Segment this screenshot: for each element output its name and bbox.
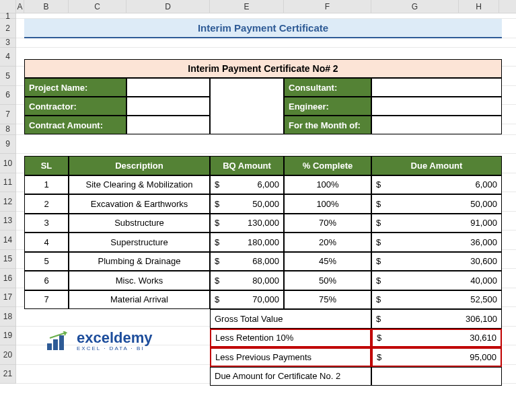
table-row: 1Site Clearing & Mobilization$6,000100%$…	[24, 175, 502, 195]
row-header-11[interactable]: 11	[0, 173, 16, 193]
cell-bq[interactable]: $70,000	[210, 290, 284, 310]
gross-total-label: Gross Total Value	[210, 309, 371, 329]
cell-pct[interactable]: 100%	[284, 175, 371, 195]
row-header-6[interactable]: 6	[0, 86, 16, 106]
label-month: For the Month of:	[284, 116, 371, 134]
cell-pct[interactable]: 100%	[284, 194, 371, 214]
cell-due[interactable]: $6,000	[371, 175, 502, 195]
cell-desc[interactable]: Site Clearing & Mobilization	[69, 175, 210, 195]
row-header-15[interactable]: 15	[0, 250, 16, 269]
col-header-c[interactable]: C	[69, 0, 126, 13]
row-header-4[interactable]: 4	[0, 48, 16, 67]
row-header-1[interactable]: 1	[0, 13, 16, 19]
svg-rect-2	[59, 335, 64, 350]
row-header-3[interactable]: 3	[0, 38, 16, 48]
row-header-18[interactable]: 18	[0, 307, 16, 327]
cell-due[interactable]: $52,500	[371, 290, 502, 310]
cell-desc[interactable]: Excavation & Earthworks	[69, 194, 210, 214]
cell-pct[interactable]: 20%	[284, 233, 371, 252]
spreadsheet: A B C D E F G H 1 2 3 4 5 6 7 8 9 10 11 …	[0, 0, 516, 420]
previous-payments-label: Less Previous Payments	[210, 347, 371, 367]
row-header-13[interactable]: 13	[0, 212, 16, 231]
cell-pct[interactable]: 75%	[284, 290, 371, 310]
cell-desc[interactable]: Superstructure	[69, 233, 210, 252]
field-consultant[interactable]	[371, 78, 502, 97]
field-project[interactable]	[126, 78, 210, 97]
row-header-9[interactable]: 9	[0, 135, 16, 155]
col-header-e[interactable]: E	[210, 0, 284, 13]
cell-bq[interactable]: $80,000	[210, 271, 284, 290]
label-contract-amount: Contract Amount:	[24, 116, 126, 134]
col-header-d[interactable]: D	[126, 0, 210, 13]
cell-sl[interactable]: 3	[24, 214, 69, 233]
table-row: 2Excavation & Earthworks$50,000100%$50,0…	[24, 194, 502, 214]
cell-bq[interactable]: $180,000	[210, 233, 284, 252]
col-header-f[interactable]: F	[284, 0, 371, 13]
row-header-5[interactable]: 5	[0, 67, 16, 86]
svg-rect-0	[47, 343, 52, 350]
col-header-b[interactable]: B	[24, 0, 69, 13]
cell-bq[interactable]: $68,000	[210, 252, 284, 271]
field-contractor[interactable]	[126, 97, 210, 116]
svg-rect-1	[53, 339, 58, 350]
th-bq: BQ Amount	[210, 156, 284, 175]
cell-desc[interactable]: Plumbing & Drainage	[69, 252, 210, 271]
row-header-17[interactable]: 17	[0, 288, 16, 308]
row-header-14[interactable]: 14	[0, 230, 16, 250]
cell-bq[interactable]: $50,000	[210, 194, 284, 214]
due-cert-value	[371, 367, 502, 386]
cell-pct[interactable]: 45%	[284, 252, 371, 271]
cell-due[interactable]: $30,600	[371, 252, 502, 271]
cell-desc[interactable]: Substructure	[69, 214, 210, 233]
row-header-12[interactable]: 12	[0, 192, 16, 212]
row-header-10[interactable]: 10	[0, 154, 16, 173]
row-header-7[interactable]: 7	[0, 105, 16, 124]
field-month[interactable]	[371, 116, 502, 134]
cell-sl[interactable]: 1	[24, 175, 69, 195]
cell-due[interactable]: $36,000	[371, 233, 502, 252]
table-row: 5Plumbing & Drainage$68,00045%$30,600	[24, 252, 502, 271]
row-header-8[interactable]: 8	[0, 124, 16, 135]
col-header-h[interactable]: H	[459, 0, 499, 13]
certificate-header: Interim Payment Certificate No# 2	[24, 59, 502, 78]
col-header-g[interactable]: G	[371, 0, 459, 13]
cell-sl[interactable]: 6	[24, 271, 69, 290]
row-header-2[interactable]: 2	[0, 19, 16, 38]
row-header-20[interactable]: 20	[0, 345, 16, 365]
cell-sl[interactable]: 5	[24, 252, 69, 271]
field-contract-amount[interactable]	[126, 116, 210, 134]
label-project: Project Name:	[24, 78, 126, 97]
th-pct: % Complete	[284, 156, 371, 175]
row-header-19[interactable]: 19	[0, 327, 16, 346]
cell-sl[interactable]: 4	[24, 233, 69, 252]
page-title: Interim Payment Certificate	[24, 19, 502, 38]
cell-desc[interactable]: Material Arrival	[69, 290, 210, 310]
th-desc: Description	[69, 156, 210, 175]
gross-total-value: $306,100	[371, 309, 502, 329]
cell-desc[interactable]: Misc. Works	[69, 271, 210, 290]
cell-pct[interactable]: 70%	[284, 214, 371, 233]
row-header-21[interactable]: 21	[0, 365, 16, 384]
chart-bars-icon	[47, 331, 71, 351]
cell-due[interactable]: $40,000	[371, 271, 502, 290]
cell-due[interactable]: $91,000	[371, 214, 502, 233]
cell-due[interactable]: $50,000	[371, 194, 502, 214]
th-sl: SL	[24, 156, 69, 175]
th-due: Due Amount	[371, 156, 502, 175]
previous-payments-value: $95,000	[371, 347, 502, 367]
retention-label: Less Retention 10%	[210, 329, 371, 348]
table-row: 7Material Arrival$70,00075%$52,500	[24, 290, 502, 310]
field-engineer[interactable]	[371, 97, 502, 116]
table-header: SL Description BQ Amount % Complete Due …	[24, 156, 502, 175]
cell-sl[interactable]: 2	[24, 194, 69, 214]
logo: exceldemy EXCEL · DATA · BI	[47, 331, 153, 351]
row-header-16[interactable]: 16	[0, 269, 16, 288]
cell-sl[interactable]: 7	[24, 290, 69, 310]
cell-bq[interactable]: $6,000	[210, 175, 284, 195]
cell-bq[interactable]: $130,000	[210, 214, 284, 233]
label-consultant: Consultant:	[284, 78, 371, 97]
logo-text-sub: EXCEL · DATA · BI	[77, 345, 153, 351]
image-placeholder	[210, 78, 284, 134]
cell-pct[interactable]: 50%	[284, 271, 371, 290]
col-header-a[interactable]: A	[16, 0, 24, 13]
